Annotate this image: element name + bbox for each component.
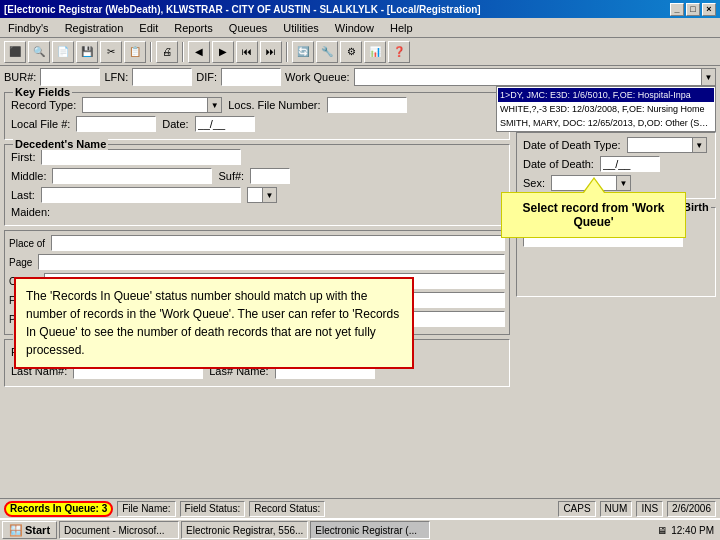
menu-reports[interactable]: Reports xyxy=(170,21,217,35)
key-fields-title: Key Fields xyxy=(13,86,72,98)
wq-item-2[interactable]: WHITE,?,-3 E3D: 12/03/2008, F,OE: Nursin… xyxy=(498,102,714,116)
place-row2: Page xyxy=(9,254,505,270)
dod-type-arrow[interactable]: ▼ xyxy=(692,138,706,152)
dod-type-combo[interactable]: ▼ xyxy=(627,137,707,153)
work-queue-label: Work Queue: xyxy=(285,71,350,83)
bur-label: BUR#: xyxy=(4,71,36,83)
locs-file-label: Locs. File Number: xyxy=(228,99,320,111)
file-name-label: File Name: xyxy=(122,503,170,514)
toolbar-sep-3 xyxy=(286,42,288,62)
dod-date-input[interactable] xyxy=(600,156,660,172)
suffix-label: Suf#: xyxy=(218,170,244,182)
toolbar-btn-report[interactable]: 📊 xyxy=(364,41,386,63)
local-file-label: Local File #: xyxy=(11,118,70,130)
menu-help[interactable]: Help xyxy=(386,21,417,35)
tooltip-box: The 'Records In Queue' status number sho… xyxy=(14,277,414,369)
suffix-input[interactable] xyxy=(250,168,290,184)
sex-arrow[interactable]: ▼ xyxy=(616,176,630,190)
callout-text: Select record from 'Work Queue' xyxy=(522,201,664,229)
toolbar-btn-new[interactable]: 📄 xyxy=(52,41,74,63)
work-queue-combo[interactable]: ▼ xyxy=(354,68,716,86)
last-name-input[interactable] xyxy=(41,187,241,203)
date-input[interactable] xyxy=(195,116,255,132)
place-input-2[interactable] xyxy=(38,254,505,270)
tooltip-text: The 'Records In Queue' status number sho… xyxy=(26,289,399,357)
wq-item-1[interactable]: 1>DY, JMC: E3D: 1/6/5010, F,OE: Hospital… xyxy=(498,88,714,102)
record-type-arrow[interactable]: ▼ xyxy=(207,98,221,112)
menu-utilities[interactable]: Utilities xyxy=(279,21,322,35)
menu-queues[interactable]: Queues xyxy=(225,21,272,35)
work-queue-dropdown[interactable]: 1>DY, JMC: E3D: 1/6/5010, F,OE: Hospital… xyxy=(496,86,716,132)
menu-window[interactable]: Window xyxy=(331,21,378,35)
key-fields-row1: Record Type: ▼ Locs. File Number: xyxy=(11,97,503,113)
dif-label: DIF: xyxy=(196,71,217,83)
record-type-label: Record Type: xyxy=(11,99,76,111)
callout-box: Select record from 'Work Queue' xyxy=(501,192,686,238)
window-controls: _ □ × xyxy=(670,3,716,16)
menu-registration[interactable]: Registration xyxy=(61,21,128,35)
toolbar-btn-print[interactable]: 🖨 xyxy=(156,41,178,63)
toolbar-btn-save[interactable]: 💾 xyxy=(76,41,98,63)
tray-time: 12:40 PM xyxy=(671,525,714,536)
restore-button[interactable]: □ xyxy=(686,3,700,16)
name-middle-row: Middle: Suf#: xyxy=(11,168,503,184)
work-queue-selected xyxy=(355,69,701,85)
bur-input[interactable] xyxy=(40,68,100,86)
taskbar-item-2[interactable]: Electronic Registrar, 556... xyxy=(181,521,308,539)
toolbar-btn-last[interactable]: ⏭ xyxy=(260,41,282,63)
taskbar-item-1[interactable]: Document - Microsof... xyxy=(59,521,179,539)
work-queue-arrow[interactable]: ▼ xyxy=(701,69,715,85)
middle-name-input[interactable] xyxy=(52,168,212,184)
toolbar-sep-1 xyxy=(150,42,152,62)
toolbar-btn-search[interactable]: 🔍 xyxy=(28,41,50,63)
system-tray: 🖥 12:40 PM xyxy=(657,525,718,536)
toolbar-btn-refresh[interactable]: 🔄 xyxy=(292,41,314,63)
start-button[interactable]: 🪟 Start xyxy=(2,521,57,539)
records-in-queue-panel: Records In Queue: 3 xyxy=(4,501,113,517)
place-row1: Place of xyxy=(9,235,505,251)
dod-type-label: Date of Death Type: xyxy=(523,139,621,151)
toolbar-btn-cut[interactable]: ✂ xyxy=(100,41,122,63)
toolbar-btn-options[interactable]: ⚙ xyxy=(340,41,362,63)
local-file-input[interactable] xyxy=(76,116,156,132)
dif-input[interactable] xyxy=(221,68,281,86)
main-form-area: Key Fields Record Type: ▼ Locs. File Num… xyxy=(4,92,716,391)
locs-file-input[interactable] xyxy=(327,97,407,113)
dod-type-row: Date of Death Type: ▼ xyxy=(523,137,709,153)
callout-arrow xyxy=(584,179,604,193)
win-taskbar: 🪟 Start Document - Microsof... Electroni… xyxy=(0,518,720,540)
work-queue-area: ▼ 1>DY, JMC: E3D: 1/6/5010, F,OE: Hospit… xyxy=(354,68,716,86)
toolbar-btn-prev[interactable]: ◀ xyxy=(188,41,210,63)
toolbar-btn-first[interactable]: ⏮ xyxy=(236,41,258,63)
window-title: [Electronic Registrar (WebDeath), KLWSTR… xyxy=(4,4,481,15)
toolbar-btn-paste[interactable]: 📋 xyxy=(124,41,146,63)
minimize-button[interactable]: _ xyxy=(670,3,684,16)
menu-edit[interactable]: Edit xyxy=(135,21,162,35)
key-fields-section: Key Fields Record Type: ▼ Locs. File Num… xyxy=(4,92,510,140)
name-maiden-row: Maiden: xyxy=(11,206,503,218)
name-last-row: Last: ▼ xyxy=(11,187,503,203)
toolbar-btn-help[interactable]: ❓ xyxy=(388,41,410,63)
toolbar-btn-1[interactable]: ⬛ xyxy=(4,41,26,63)
taskbar-item-3[interactable]: Electronic Registrar (... xyxy=(310,521,430,539)
lfn-input[interactable] xyxy=(132,68,192,86)
place-input-1[interactable] xyxy=(51,235,505,251)
ins-indicator: INS xyxy=(636,501,663,517)
last-name-arrow[interactable]: ▼ xyxy=(262,188,276,202)
last-name-combo[interactable]: ▼ xyxy=(247,187,277,203)
records-in-queue-text: Records In Queue: 3 xyxy=(10,503,107,514)
close-button[interactable]: × xyxy=(702,3,716,16)
record-type-combo[interactable]: ▼ xyxy=(82,97,222,113)
first-name-input[interactable] xyxy=(41,149,241,165)
menu-findbys[interactable]: Findby's xyxy=(4,21,53,35)
lfn-label: LFN: xyxy=(104,71,128,83)
date-of-death-section: Date of Death Type: ▼ Date of Death: Sex… xyxy=(516,132,716,199)
toolbar-btn-settings[interactable]: 🔧 xyxy=(316,41,338,63)
status-bar: Records In Queue: 3 File Name: Field Sta… xyxy=(0,498,720,518)
toolbar-btn-next[interactable]: ▶ xyxy=(212,41,234,63)
wq-item-3[interactable]: SMITH, MARY, DOC: 12/65/2013, D,OD: Othe… xyxy=(498,116,714,130)
sex-label: Sex: xyxy=(523,177,545,189)
middle-name-label: Middle: xyxy=(11,170,46,182)
first-name-label: First: xyxy=(11,151,35,163)
right-column: Date of Death Type: ▼ Date of Death: Sex… xyxy=(516,92,716,391)
